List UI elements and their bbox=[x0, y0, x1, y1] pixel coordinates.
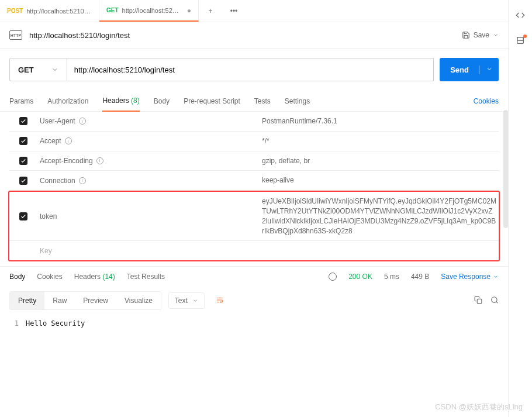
title-bar: HTTP http://localhost:5210/login/test Sa… bbox=[0, 22, 508, 49]
tab-label: http://localhost:5210/logi... bbox=[122, 7, 181, 14]
header-value-placeholder[interactable] bbox=[260, 241, 499, 260]
header-row[interactable]: User-Agenti PostmanRuntime/7.36.1 bbox=[9, 112, 499, 132]
notification-dot bbox=[523, 35, 527, 38]
response-section: Body Cookies Headers (14) Test Results 2… bbox=[0, 266, 508, 332]
resp-tab-cookies[interactable]: Cookies bbox=[37, 273, 62, 281]
response-size: 449 B bbox=[411, 273, 429, 281]
wrap-lines-icon[interactable] bbox=[210, 292, 229, 309]
copy-icon[interactable] bbox=[474, 296, 482, 306]
svg-rect-6 bbox=[517, 37, 524, 40]
tab-body[interactable]: Body bbox=[154, 91, 170, 111]
chevron-down-icon bbox=[51, 66, 58, 73]
tab-get[interactable]: GET http://localhost:5210/logi... ● bbox=[99, 0, 199, 22]
globe-icon[interactable] bbox=[329, 273, 337, 281]
right-sidebar bbox=[509, 0, 532, 417]
header-value[interactable]: eyJUeXBlIjoiSldUIiwiYWxnIjoiSFMyNTYifQ.e… bbox=[260, 192, 499, 240]
send-button[interactable]: Send bbox=[440, 58, 499, 81]
header-row[interactable]: Accepti */* bbox=[9, 132, 499, 151]
response-tabs: Body Cookies Headers (14) Test Results 2… bbox=[0, 267, 508, 287]
header-key[interactable]: Accepti bbox=[37, 132, 260, 151]
info-icon: i bbox=[79, 118, 86, 125]
checkbox-icon bbox=[19, 157, 27, 165]
header-value[interactable]: PostmanRuntime/7.36.1 bbox=[260, 112, 499, 131]
request-tabs-bar: POST http://localhost:5210/lo... GET htt… bbox=[0, 0, 508, 22]
url-input[interactable] bbox=[67, 58, 434, 81]
header-key[interactable]: token bbox=[37, 192, 260, 240]
content-type-select[interactable]: Text bbox=[168, 292, 205, 309]
chevron-down-icon bbox=[486, 66, 493, 73]
save-button[interactable]: Save bbox=[462, 31, 499, 39]
header-key-placeholder[interactable]: Key bbox=[37, 241, 260, 260]
tab-prerequest[interactable]: Pre-request Script bbox=[184, 91, 240, 111]
save-response-button[interactable]: Save Response bbox=[441, 273, 499, 281]
checkbox-icon bbox=[19, 177, 27, 185]
chevron-down-icon bbox=[493, 274, 499, 280]
tab-overflow-button[interactable]: ••• bbox=[222, 0, 246, 22]
send-dropdown[interactable] bbox=[479, 66, 499, 74]
http-icon: HTTP bbox=[9, 30, 22, 40]
resp-tab-headers[interactable]: Headers (14) bbox=[74, 273, 115, 281]
checkbox-icon bbox=[19, 137, 27, 145]
view-preview[interactable]: Preview bbox=[75, 292, 116, 309]
view-mode-group: Pretty Raw Preview Visualize bbox=[9, 291, 161, 310]
tab-label: http://localhost:5210/lo... bbox=[26, 8, 92, 15]
checkbox-icon bbox=[19, 117, 27, 125]
header-value[interactable]: */* bbox=[260, 132, 499, 151]
tab-params[interactable]: Params bbox=[9, 91, 33, 111]
scrollbar[interactable] bbox=[503, 110, 508, 228]
svg-rect-2 bbox=[477, 299, 482, 304]
resp-tab-body[interactable]: Body bbox=[9, 273, 25, 281]
info-icon: i bbox=[65, 137, 72, 144]
checkbox-icon bbox=[19, 212, 27, 220]
headers-list: User-Agenti PostmanRuntime/7.36.1 Accept… bbox=[0, 112, 508, 261]
close-icon[interactable]: ● bbox=[187, 6, 191, 15]
tab-tests[interactable]: Tests bbox=[254, 91, 271, 111]
header-key[interactable]: User-Agenti bbox=[37, 112, 260, 131]
status-code: 200 OK bbox=[348, 273, 372, 281]
view-raw[interactable]: Raw bbox=[44, 292, 75, 309]
header-key[interactable]: Connectioni bbox=[37, 171, 260, 190]
info-icon: i bbox=[96, 157, 103, 164]
response-toolbar: Pretty Raw Preview Visualize Text bbox=[0, 287, 508, 315]
new-tab-button[interactable]: + bbox=[199, 0, 222, 22]
method-label: GET bbox=[106, 7, 119, 13]
search-icon[interactable] bbox=[490, 296, 499, 306]
tab-authorization[interactable]: Authorization bbox=[47, 91, 88, 111]
view-pretty[interactable]: Pretty bbox=[10, 292, 44, 309]
tab-headers[interactable]: Headers (8) bbox=[102, 91, 139, 112]
request-subtabs: Params Authorization Headers (8) Body Pr… bbox=[0, 91, 508, 112]
resp-tab-testresults[interactable]: Test Results bbox=[127, 273, 165, 281]
code-icon[interactable] bbox=[516, 11, 525, 22]
response-time: 5 ms bbox=[384, 273, 399, 281]
svg-line-4 bbox=[496, 302, 498, 304]
header-key[interactable]: Accept-Encodingi bbox=[37, 151, 260, 171]
tab-settings[interactable]: Settings bbox=[285, 91, 310, 111]
line-number: 1 bbox=[9, 319, 26, 328]
view-visualize[interactable]: Visualize bbox=[116, 292, 161, 309]
header-value[interactable]: keep-alive bbox=[260, 171, 499, 190]
comment-icon[interactable] bbox=[516, 36, 525, 47]
highlighted-rows: token eyJUeXBlIjoiSldUIiwiYWxnIjoiSFMyNT… bbox=[8, 191, 500, 261]
header-row[interactable]: token eyJUeXBlIjoiSldUIiwiYWxnIjoiSFMyNT… bbox=[9, 192, 499, 241]
header-row[interactable]: Connectioni keep-alive bbox=[9, 171, 499, 191]
header-value[interactable]: gzip, deflate, br bbox=[260, 151, 499, 171]
save-icon bbox=[462, 31, 470, 39]
header-row-new[interactable]: Key bbox=[9, 241, 499, 260]
response-body[interactable]: 1 Hello Security bbox=[0, 315, 508, 332]
chevron-down-icon bbox=[493, 32, 499, 38]
svg-point-3 bbox=[492, 297, 497, 302]
response-text: Hello Security bbox=[26, 319, 85, 328]
cookies-link[interactable]: Cookies bbox=[474, 97, 499, 105]
chevron-down-icon bbox=[192, 298, 198, 304]
method-label: POST bbox=[7, 8, 23, 14]
tab-post[interactable]: POST http://localhost:5210/lo... bbox=[0, 0, 99, 22]
header-row[interactable]: Accept-Encodingi gzip, deflate, br bbox=[9, 151, 499, 171]
method-select[interactable]: GET bbox=[9, 58, 67, 81]
info-icon: i bbox=[79, 177, 86, 184]
request-row: GET Send bbox=[0, 49, 508, 91]
request-title[interactable]: http://localhost:5210/login/test bbox=[29, 31, 455, 40]
